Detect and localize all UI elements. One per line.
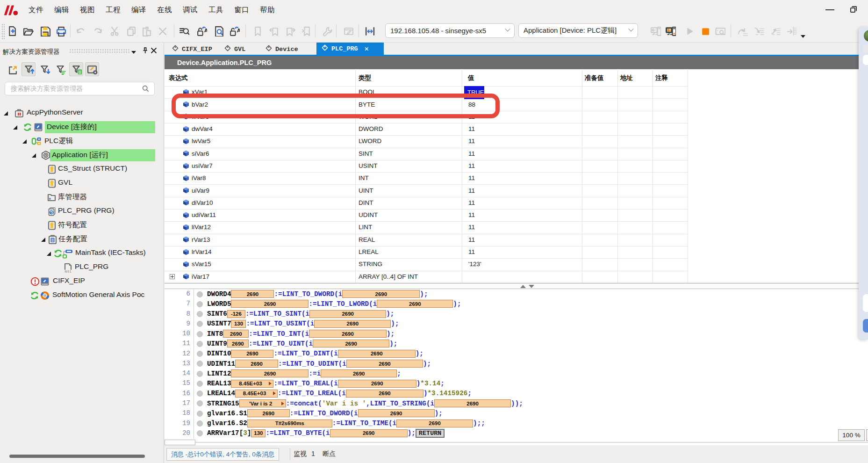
breakpoint-slot[interactable] (197, 420, 203, 427)
step-over-button[interactable] (737, 25, 748, 37)
step-out-button[interactable] (769, 25, 781, 37)
watch-row-dwVar4-type[interactable]: DWORD (359, 125, 383, 132)
chat-send-button[interactable] (863, 319, 868, 333)
expand-value-icon[interactable] (281, 402, 284, 405)
watch-row-diVar10-type[interactable]: DINT (359, 199, 373, 206)
bookmark-clear-button[interactable] (301, 25, 312, 37)
code-line-15[interactable]: 15REAL138.45E+03:=LINT_TO_REAL(i2690)*3.… (165, 378, 868, 388)
code-line-17[interactable]: 17STRING15'Var i is 2:=concat('Var i is … (165, 398, 868, 408)
bookmark-prev-button[interactable] (268, 25, 279, 37)
watch-row-rVar13-expression[interactable]: rVar13 (192, 236, 210, 243)
search-input[interactable]: 搜索解决方案资源管理器 (5, 82, 155, 95)
column-header-0[interactable]: 表达式 (169, 74, 188, 82)
watch-row-udiVar11-type[interactable]: UDINT (359, 211, 378, 218)
close-icon[interactable] (150, 47, 158, 54)
tree-item-plc-prg[interactable]: N01PLC_PRG (0, 260, 164, 275)
column-header-5[interactable]: 注释 (655, 74, 668, 82)
expand-plus-icon[interactable] (170, 274, 175, 279)
watch-row-diVar10-expression[interactable]: diVar10 (192, 199, 213, 206)
watch-row-usiVar7-value[interactable]: 11 (468, 162, 475, 169)
column-header-4[interactable]: 地址 (620, 74, 633, 82)
login-gray-button[interactable] (650, 25, 661, 37)
code-line-19[interactable]: 19glvar16.S2T#2s690ms:=LINT_TO_TIME(i269… (165, 419, 868, 428)
watch-row-usiVar7-expression[interactable]: usiVar7 (192, 162, 213, 169)
print-button[interactable] (55, 25, 66, 37)
tree-item-softmotion-general-axis-poc[interactable]: SoftMotion General Axis Poc (0, 289, 164, 303)
watch-row-uiVar9-type[interactable]: UINT (359, 187, 373, 194)
copy-button[interactable] (125, 25, 136, 37)
watch-row-sVar15-type[interactable]: STRING (359, 260, 382, 268)
breakpoint-slot[interactable] (197, 430, 203, 436)
paste-button[interactable] (141, 25, 152, 37)
splitter-collapse-down-icon[interactable] (529, 285, 534, 288)
open-external-button[interactable] (6, 62, 20, 76)
toolbar-overflow-icon[interactable] (801, 35, 805, 38)
column-header-3[interactable]: 准备值 (585, 74, 604, 82)
window-gear-button[interactable] (85, 62, 99, 76)
tree-item-gvl[interactable]: GVL (0, 176, 164, 190)
minimize-icon[interactable] (825, 9, 834, 10)
breakpoint-slot[interactable] (197, 381, 203, 387)
tree-item-[interactable]: 符号配置 (0, 218, 164, 232)
tree-item-cs-struct-struct[interactable]: CS_Struct (STRUCT) (0, 162, 164, 176)
tree-item-device[interactable]: Device [连接的] (0, 120, 164, 134)
open-folder-button[interactable] (22, 25, 34, 37)
code-line-7[interactable]: 7LWORD52690:=LINT_TO_LWORD(i2690); (165, 299, 868, 309)
breakpoint-slot[interactable] (197, 311, 203, 317)
watch-row-lrVar14-expression[interactable]: lrVar14 (192, 248, 212, 255)
code-line-11[interactable]: 11UINT92690:=LINT_TO_UINT(i2690); (165, 339, 868, 348)
caret-down-icon[interactable] (131, 51, 136, 54)
code-hscrollbar-track[interactable] (195, 442, 868, 443)
wrench-button[interactable] (321, 25, 332, 37)
column-header-1[interactable]: 类型 (359, 74, 371, 82)
lock-a-button[interactable]: A (196, 25, 207, 37)
watch-row-udiVar11-expression[interactable]: udiVar11 (192, 211, 216, 218)
close-icon[interactable]: ✕ (365, 44, 369, 53)
watch-row-siVar6-value[interactable]: 11 (468, 150, 475, 157)
watch-row-liVar12-value[interactable]: 11 (468, 224, 475, 231)
watch-row-rVar13-type[interactable]: REAL (359, 236, 375, 243)
play-button[interactable] (683, 25, 695, 37)
watch-row-iVar8-type[interactable]: INT (359, 174, 369, 181)
panel-drag-handle[interactable] (69, 49, 130, 54)
watch-row-lwVar5-type[interactable]: LWORD (359, 137, 381, 145)
watch-row-diVar10-value[interactable]: 11 (468, 199, 475, 206)
breakpoint-slot[interactable] (197, 361, 203, 367)
expanded-triangle-icon[interactable] (47, 252, 51, 256)
step-into-button[interactable] (753, 25, 764, 37)
tab-plc_prg[interactable]: PLC_PRG✕ (316, 43, 384, 55)
tree-item-application[interactable]: Application [运行] (0, 148, 164, 162)
breakpoint-slot[interactable] (197, 371, 203, 377)
column-header-2[interactable]: 值 (468, 74, 474, 82)
watch-row-usiVar7-type[interactable]: USINT (359, 162, 378, 169)
breakpoints-status[interactable]: 断点 (323, 450, 336, 458)
bookmark-next-button[interactable] (284, 25, 295, 37)
watch-row-lwVar5-value[interactable]: 11 (468, 137, 475, 145)
unlock-a-button[interactable]: A (229, 25, 240, 37)
tree-item-[interactable]: 任务配置 (0, 232, 164, 246)
messages-status[interactable]: 消息 -总计0个错误, 4个警告, 0条消息 (166, 448, 279, 461)
watch-row-iVar17-type[interactable]: ARRAY [0..4] OF INT (359, 273, 418, 280)
tab-gvl[interactable]: GVL (219, 43, 260, 55)
tree-item-plc[interactable]: PLC逻辑 (0, 134, 164, 148)
gateway-combobox[interactable]: 192.168.105.48 - sinsegye-sx5 (385, 23, 515, 38)
menu-item-7[interactable]: 调试 (183, 5, 198, 15)
watch-row-sVar15-value[interactable]: '123' (468, 260, 481, 268)
code-line-10[interactable]: 10INT82690:=LINT_TO_INT(i2690); (165, 329, 868, 339)
new-file-button[interactable] (7, 25, 18, 37)
menu-item-4[interactable]: 工程 (106, 5, 121, 15)
avatar[interactable] (864, 30, 868, 42)
debug-window-button[interactable] (714, 25, 725, 37)
docked-chat-panel[interactable] (859, 27, 868, 340)
watch-row-liVar12-type[interactable]: LINT (359, 224, 372, 231)
save-button[interactable] (39, 25, 50, 37)
login-button[interactable] (665, 25, 676, 37)
doc-search-button[interactable] (213, 25, 224, 37)
watch-row-siVar6-expression[interactable]: siVar6 (192, 150, 209, 157)
watch-row-udiVar11-value[interactable]: 11 (468, 211, 475, 218)
watch-row-siVar6-type[interactable]: SINT (359, 150, 373, 157)
menu-item-1[interactable]: 文件 (29, 5, 43, 15)
undo-button[interactable] (75, 25, 86, 37)
watch-status[interactable]: 监视 (294, 450, 307, 458)
tree-item-cifx-eip[interactable]: CIFX_EIP (0, 275, 164, 289)
